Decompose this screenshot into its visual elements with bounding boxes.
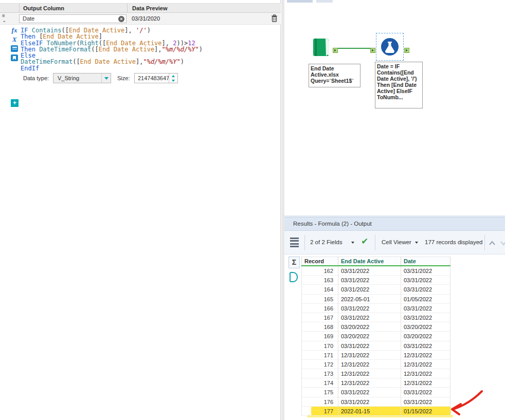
toolbar-divider — [484, 235, 485, 250]
formula-tool[interactable] — [381, 38, 399, 56]
end-date-active-cell: 03/20/2022 — [338, 322, 401, 332]
scroll-up-button[interactable] — [489, 239, 497, 245]
table-header-row: Record End Date Active Date — [301, 257, 450, 266]
trash-icon — [271, 14, 278, 23]
table-row[interactable]: 1772022-01-1501/15/2022 — [301, 407, 450, 416]
results-panel: Results - Formula (2) - Output 2 of 2 Fi… — [284, 217, 505, 420]
table-row[interactable]: 17003/31/202203/31/2022 — [301, 341, 450, 351]
table-row[interactable]: 17112/31/202212/31/2022 — [301, 351, 450, 360]
output-anchor[interactable] — [404, 46, 409, 51]
data-type-dropdown[interactable]: V_String — [53, 73, 111, 83]
table-row[interactable]: 17412/31/202212/31/2022 — [301, 378, 450, 388]
cell-viewer-dropdown[interactable]: Cell Viewer — [382, 239, 411, 245]
record-cell: 163 — [301, 276, 338, 285]
date-cell: 03/31/2022 — [401, 276, 450, 285]
record-cell: 175 — [301, 388, 338, 397]
table-row[interactable]: 16603/31/202203/31/2022 — [301, 304, 450, 313]
toolbar-divider — [375, 235, 375, 250]
date-cell: 12/31/2022 — [401, 378, 450, 388]
end-date-active-cell: 2022-01-15 — [338, 407, 401, 416]
formula-tool-annotation: Date = IF Contains([End Date Active], '/… — [375, 62, 423, 108]
connection-wire — [338, 48, 370, 49]
triangle-down-icon — [172, 80, 175, 82]
date-cell: 03/31/2022 — [401, 285, 450, 294]
column-header-end-date-active[interactable]: End Date Active — [338, 257, 401, 265]
end-date-active-cell: 03/31/2022 — [338, 304, 401, 313]
table-row[interactable]: 17503/31/202203/31/2022 — [301, 388, 450, 397]
data-preview-header: Data Preview — [132, 5, 167, 11]
layout-icon[interactable] — [290, 238, 299, 247]
record-cell: 174 — [301, 378, 338, 388]
record-cell: 173 — [301, 369, 338, 378]
variables-icon[interactable]: X — [10, 36, 19, 44]
results-rows: 16203/31/202203/31/202216303/31/202203/3… — [301, 266, 450, 416]
size-label: Size: — [117, 75, 130, 81]
fields-dropdown[interactable]: 2 of 2 Fields — [310, 239, 342, 245]
saved-expressions-icon[interactable] — [10, 54, 19, 62]
clear-field-button[interactable]: × — [118, 16, 124, 22]
add-expression-button[interactable]: + — [11, 99, 19, 107]
date-cell: 03/31/2022 — [401, 304, 450, 313]
table-row[interactable]: 16703/31/202203/31/2022 — [301, 313, 450, 322]
end-date-active-cell: 03/31/2022 — [338, 397, 401, 407]
table-row[interactable]: 16303/31/202203/31/2022 — [301, 276, 450, 285]
output-column-input[interactable]: Date × — [19, 14, 127, 23]
expression-collapse-control[interactable]: ≡ ⌄ — [0, 13, 9, 25]
date-cell: 12/31/2022 — [401, 369, 450, 378]
functions-icon[interactable]: fx — [10, 27, 19, 34]
formula-code[interactable]: IF Contains([End Date Active], '/')Then … — [21, 27, 280, 71]
input-data-tool[interactable] — [311, 37, 332, 58]
table-row[interactable]: 16403/31/202203/31/2022 — [301, 285, 450, 294]
input-anchor[interactable] — [370, 46, 375, 51]
delete-expression-button[interactable] — [271, 14, 278, 23]
date-cell: 03/31/2022 — [401, 266, 450, 276]
end-date-active-cell: 12/31/2022 — [338, 360, 401, 369]
record-cell: 171 — [301, 351, 338, 360]
caret-down-icon[interactable] — [351, 242, 354, 244]
date-cell: 03/31/2022 — [401, 341, 450, 351]
output-anchor-selector-icon[interactable] — [290, 272, 298, 282]
size-value: 2147483647 — [138, 75, 169, 81]
table-row[interactable]: 1652022-05-0101/05/2022 — [301, 295, 450, 304]
column-header-record[interactable]: Record — [301, 257, 338, 265]
caret-down-icon[interactable] — [415, 242, 418, 244]
table-row[interactable]: 16203/31/202203/31/2022 — [301, 266, 450, 276]
stepper-down-button[interactable] — [169, 78, 177, 83]
column-header-date[interactable]: Date — [401, 257, 450, 265]
records-count-label: 177 records displayed — [425, 239, 483, 245]
check-icon[interactable]: ✔ — [361, 236, 368, 246]
record-cell: 166 — [301, 304, 338, 313]
size-stepper — [169, 74, 177, 83]
data-type-row: Data type: V_String Size: 2147483647 — [0, 73, 281, 85]
record-cell: 169 — [301, 332, 338, 341]
results-title-bar: Results - Formula (2) - Output — [284, 217, 505, 231]
table-row[interactable]: 17212/31/202212/31/2022 — [301, 360, 450, 369]
record-cell: 170 — [301, 341, 338, 351]
end-date-active-cell: 12/31/2022 — [338, 351, 401, 360]
results-toolbar: 2 of 2 Fields ✔ Cell Viewer 177 records … — [284, 231, 505, 254]
record-cell: 164 — [301, 285, 338, 294]
scroll-down-button[interactable] — [500, 239, 505, 245]
record-cell: 177 — [301, 407, 338, 416]
date-cell: 01/15/2022 — [401, 407, 450, 416]
workflow-canvas[interactable]: End Date Active.xlsx Query=`Sheet1$` Dat… — [284, 0, 505, 215]
record-cell: 176 — [301, 397, 338, 407]
header-divider — [19, 4, 20, 13]
table-row[interactable]: 17603/31/202203/31/2022 — [301, 397, 450, 407]
results-title: Results - Formula (2) - Output — [293, 221, 372, 227]
end-date-active-cell: 03/20/2022 — [338, 332, 401, 341]
record-cell: 165 — [301, 295, 338, 304]
table-row[interactable]: 16903/20/202203/20/2022 — [301, 332, 450, 341]
end-date-active-cell: 03/31/2022 — [338, 285, 401, 294]
date-cell: 03/31/2022 — [401, 388, 450, 397]
columns-icon[interactable] — [10, 45, 19, 53]
output-anchor[interactable] — [333, 46, 338, 51]
expression-editor-gutter: fx X — [10, 27, 19, 64]
aggregate-sigma-button[interactable]: Σ — [288, 257, 300, 268]
dropdown-caret-zone — [101, 74, 111, 83]
record-cell: 168 — [301, 322, 338, 332]
stepper-up-button[interactable] — [169, 74, 177, 78]
table-row[interactable]: 16803/20/202203/20/2022 — [301, 322, 450, 332]
canvas-tab-remnant — [287, 0, 313, 3]
table-row[interactable]: 17312/31/202212/31/2022 — [301, 369, 450, 378]
